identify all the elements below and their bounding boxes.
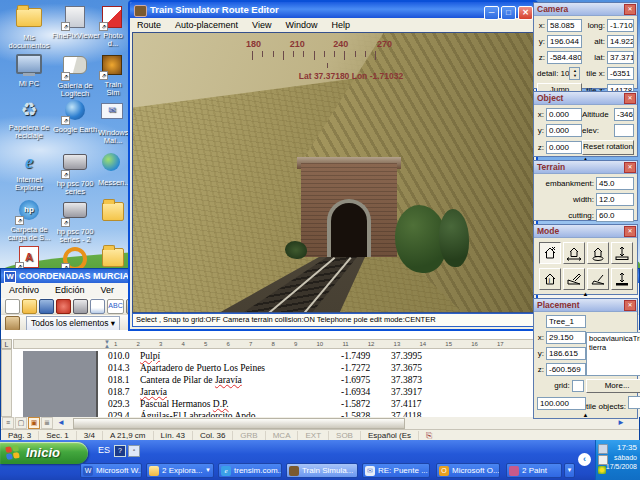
placement-object-list[interactable]: bocaviaunicaTripletierra — [586, 332, 640, 376]
terrain-panel-header[interactable]: Terrain ✕ — [534, 161, 637, 174]
start-button[interactable]: Inicio — [0, 442, 88, 464]
placement-name-field[interactable]: Tree_1 — [546, 315, 586, 328]
mode-panel-header[interactable]: Mode ✕ — [534, 225, 637, 238]
view-normal-button[interactable]: ≡ — [2, 417, 14, 429]
more-button[interactable]: More... — [586, 379, 640, 393]
permission-icon[interactable] — [56, 299, 71, 314]
language-indicator[interactable]: ES — [98, 445, 110, 455]
horizontal-scroll-thumb[interactable] — [73, 418, 405, 429]
object-y-field[interactable]: 0.000 — [546, 124, 582, 137]
desktop-icon-logitech-gallery[interactable]: ↗ Galería de Logitech — [52, 52, 98, 98]
google-earth-tray-icon[interactable] — [598, 466, 606, 474]
menu-route[interactable]: Route — [130, 18, 168, 32]
object-elev-field[interactable] — [614, 124, 634, 137]
tablet-tray-icon[interactable]: ▫ — [128, 445, 140, 457]
route-editor-titlebar[interactable]: Train Simulator Route Editor ─□✕ — [130, 2, 536, 18]
explorer-tray-icon[interactable] — [598, 455, 608, 465]
close-icon[interactable]: ✕ — [624, 226, 636, 237]
mode-paint-terrain-button[interactable] — [563, 268, 585, 290]
task-re-puente-mail[interactable]: ✉ RE: Puente ... — [362, 463, 430, 478]
close-icon[interactable]: ✕ — [624, 162, 636, 173]
save-icon[interactable] — [39, 299, 54, 314]
help-tray-icon[interactable]: ? — [114, 445, 126, 457]
task-explorer-group[interactable]: 2 Explora... ▼ — [146, 463, 214, 478]
reset-rotation-button[interactable]: Reset rotation — [582, 140, 634, 155]
chevron-down-icon[interactable]: ▼ — [205, 464, 211, 477]
desktop-icon-hp-psc-700-2[interactable]: ↗ hp psc 700 series - 2 — [52, 198, 98, 244]
placement-y-field[interactable]: 186.615 — [546, 347, 586, 360]
camera-alt-field[interactable]: 14.922 — [607, 35, 634, 48]
print-icon[interactable] — [73, 299, 88, 314]
spelling-icon[interactable]: ABC — [107, 299, 124, 314]
new-document-icon[interactable] — [5, 299, 20, 314]
detail-spinner[interactable]: ▲▼ — [569, 67, 580, 80]
view-print-layout-button[interactable]: ▣ — [28, 417, 40, 429]
desktop-icon-folder-1[interactable] — [98, 198, 128, 228]
camera-long-field[interactable]: -1.71032 — [607, 19, 634, 32]
menu-view[interactable]: View — [245, 18, 278, 32]
camera-z-field[interactable]: -584.480 — [547, 51, 582, 64]
camera-y-field[interactable]: 196.044 — [547, 35, 582, 48]
open-icon[interactable] — [22, 299, 37, 314]
tab-selector[interactable]: L — [1, 339, 12, 349]
minimize-button[interactable]: ─ — [484, 6, 499, 20]
view-outline-button[interactable]: ≣ — [41, 417, 53, 429]
mode-terrain-patch-button[interactable] — [587, 268, 609, 290]
desktop-icon-my-computer[interactable]: Mi PC — [6, 52, 52, 88]
desktop-icon-internet-explorer[interactable]: e Internet Explorer — [6, 150, 52, 192]
mode-place-object-button[interactable] — [539, 242, 561, 264]
elements-options-icon[interactable] — [5, 316, 20, 331]
3d-viewport[interactable]: 180 210 240 270 Lat 37.37180 Lon -1.7103… — [132, 32, 534, 313]
indent-marker-icon[interactable]: ▼▲ — [104, 340, 111, 348]
desktop-icon-recycle-bin[interactable]: ♻ Papelera de reciclaje — [6, 98, 52, 140]
desktop-icon-hp-psc-700[interactable]: ↗ hp psc 700 series — [52, 150, 98, 196]
display-tray-icon[interactable] — [598, 444, 608, 454]
object-x-field[interactable]: 0.000 — [546, 108, 582, 121]
desktop-icon-windows-mail[interactable]: ✉ Windows Mai... — [98, 98, 128, 145]
object-z-field[interactable]: 0.000 — [546, 141, 582, 154]
mode-adjust-height-button[interactable] — [611, 268, 633, 290]
desktop-icon-train-sim[interactable]: ↗ Train Sim — [98, 52, 128, 97]
placement-panel-header[interactable]: Placement ✕ — [534, 299, 637, 312]
object-panel-header[interactable]: Object ✕ — [534, 92, 637, 105]
desktop-icon-finepixviewer[interactable]: ↗ FinePixViewer — [52, 4, 98, 40]
menu-window[interactable]: Window — [278, 18, 324, 32]
task-microsoft-word[interactable]: W Microsoft W... — [80, 463, 142, 478]
desktop-icon-google-earth[interactable]: ↗ Google Earth — [52, 98, 98, 134]
elements-dropdown[interactable]: Todos los elementos ▾ — [26, 316, 120, 331]
placement-x-field[interactable]: 29.150 — [546, 331, 586, 344]
close-icon[interactable]: ✕ — [624, 4, 636, 15]
desktop-icon-hp-upload-folder[interactable]: hp↗ Carpeta de carga de S... — [6, 198, 52, 242]
collapse-arrow-icon[interactable]: ▲ — [534, 411, 637, 420]
mode-rotate-object-button[interactable] — [587, 242, 609, 264]
close-button[interactable]: ✕ — [518, 6, 533, 20]
mode-move-object-button[interactable] — [563, 242, 585, 264]
print-preview-icon[interactable] — [90, 299, 105, 314]
mode-object-info-button[interactable]: i — [539, 268, 561, 290]
camera-panel-header[interactable]: Camera ✕ — [534, 3, 637, 16]
camera-x-field[interactable]: 58.085 — [547, 19, 582, 32]
camera-tile-x-field[interactable]: -6351 — [607, 67, 634, 80]
desktop-icon-windows-messenger[interactable]: Messen... — [98, 150, 128, 187]
placement-scale-field[interactable]: 100.000 — [537, 397, 586, 410]
task-microsoft-outlook[interactable]: O Microsoft O... — [436, 463, 500, 478]
menu-edicion[interactable]: Edición — [47, 283, 93, 298]
task-train-simulator[interactable]: Train Simula... — [286, 463, 358, 478]
close-icon[interactable]: ✕ — [624, 93, 636, 104]
maximize-button[interactable]: □ — [501, 6, 516, 20]
embankment-field[interactable]: 45.0 — [596, 177, 634, 190]
desktop-icon-my-documents[interactable]: Mis documentos — [6, 4, 52, 50]
menu-auto-placement[interactable]: Auto-placement — [168, 18, 245, 32]
scroll-left-icon[interactable]: ◄ — [57, 418, 65, 428]
desktop-icon-photo-app[interactable]: ↗ Photo d... — [98, 4, 128, 48]
task-trensim[interactable]: e trensim.com... — [218, 463, 282, 478]
menu-help[interactable]: Help — [324, 18, 357, 32]
menu-ver[interactable]: Ver — [93, 283, 123, 298]
close-icon[interactable]: ✕ — [624, 300, 636, 311]
grid-checkbox[interactable] — [572, 380, 584, 392]
task-paint-group[interactable]: 2 Paint — [506, 463, 562, 478]
paint-group-chevron[interactable]: ▼ — [564, 463, 575, 478]
camera-lat-field[interactable]: 37.37171 — [607, 51, 634, 64]
cutting-field[interactable]: 60.0 — [596, 209, 634, 222]
menu-archivo[interactable]: Archivo — [1, 283, 47, 298]
